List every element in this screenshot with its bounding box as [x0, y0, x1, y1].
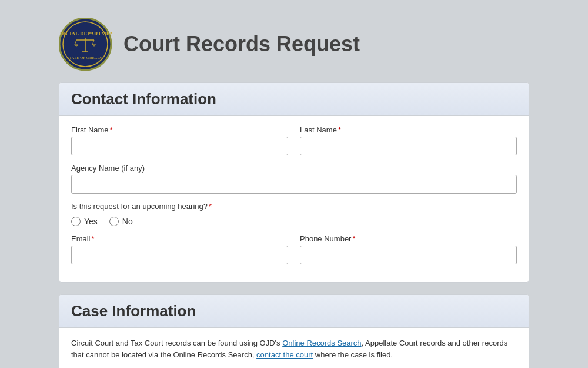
first-name-label: First Name*	[71, 125, 288, 134]
hearing-label: Is this request for an upcoming hearing?…	[71, 202, 517, 211]
last-name-input[interactable]	[300, 137, 517, 155]
first-name-required: *	[110, 125, 113, 134]
email-phone-row: Email* Phone Number*	[71, 234, 517, 264]
hearing-row: Is this request for an upcoming hearing?…	[71, 202, 517, 226]
phone-group: Phone Number*	[300, 234, 517, 264]
page-title: Court Records Request	[123, 32, 360, 57]
first-name-group: First Name*	[71, 125, 288, 155]
contact-info-header: Contact Information	[59, 83, 529, 116]
agency-name-input[interactable]	[71, 175, 517, 194]
contact-info-body: First Name* Last Name* Agency Name (i	[59, 116, 529, 282]
email-group: Email*	[71, 234, 288, 264]
name-row: First Name* Last Name*	[71, 125, 517, 155]
case-info-text: Circuit Court and Tax Court records can …	[71, 337, 517, 360]
radio-no-input[interactable]	[109, 217, 119, 226]
email-input[interactable]	[71, 246, 288, 264]
phone-required: *	[352, 234, 355, 243]
contact-court-link[interactable]: contact the court	[256, 350, 313, 359]
case-info-header: Case Information	[59, 295, 529, 328]
hearing-group: Is this request for an upcoming hearing?…	[71, 202, 517, 226]
last-name-required: *	[338, 125, 341, 134]
agency-name-label: Agency Name (if any)	[71, 164, 517, 173]
case-info-section: Case Information Circuit Court and Tax C…	[59, 294, 529, 368]
ojd-logo: JUDICIAL DEPARTMENT STATE OF OREGON	[59, 18, 112, 71]
radio-yes-label[interactable]: Yes	[71, 217, 98, 226]
radio-yes-input[interactable]	[71, 217, 81, 226]
case-info-body: Circuit Court and Tax Court records can …	[59, 328, 529, 368]
last-name-label: Last Name*	[300, 125, 517, 134]
svg-text:STATE OF OREGON: STATE OF OREGON	[67, 55, 103, 60]
last-name-group: Last Name*	[300, 125, 517, 155]
case-info-title: Case Information	[71, 302, 517, 320]
phone-input[interactable]	[300, 246, 517, 264]
online-records-link[interactable]: Online Records Search	[282, 339, 361, 347]
email-label: Email*	[71, 234, 288, 243]
page-header: JUDICIAL DEPARTMENT STATE OF OREGON Cour…	[12, 12, 576, 82]
contact-info-title: Contact Information	[71, 90, 517, 108]
phone-label: Phone Number*	[300, 234, 517, 243]
hearing-required: *	[209, 202, 212, 211]
svg-text:JUDICIAL DEPARTMENT: JUDICIAL DEPARTMENT	[59, 31, 112, 37]
main-content: Contact Information First Name* Last Nam…	[12, 82, 576, 368]
radio-no-label[interactable]: No	[109, 217, 133, 226]
agency-name-group: Agency Name (if any)	[71, 164, 517, 194]
contact-info-section: Contact Information First Name* Last Nam…	[59, 82, 529, 283]
page-wrapper: JUDICIAL DEPARTMENT STATE OF OREGON Cour…	[12, 12, 576, 368]
hearing-radio-group: Yes No	[71, 217, 517, 226]
email-required: *	[92, 234, 95, 243]
first-name-input[interactable]	[71, 137, 288, 155]
agency-row: Agency Name (if any)	[71, 164, 517, 194]
